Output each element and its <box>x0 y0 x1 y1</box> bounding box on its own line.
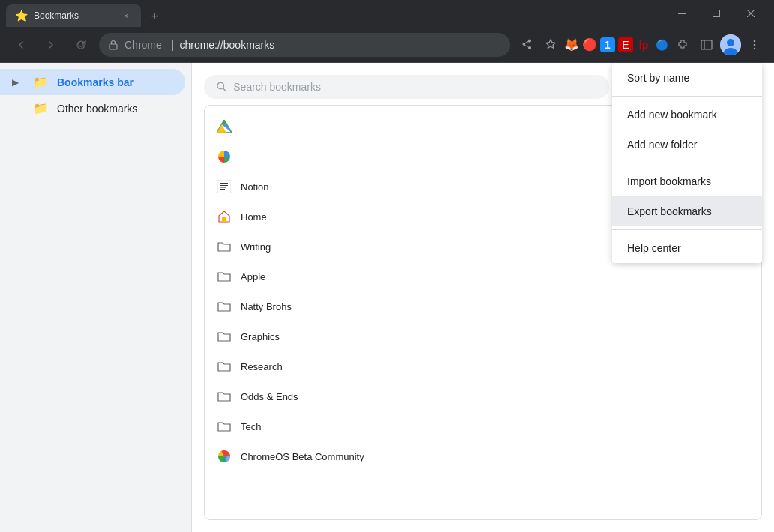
1password-icon[interactable]: 1 <box>600 37 615 52</box>
toolbar-icons: 🦊 🔴 1 E lp 🔵 <box>516 34 765 55</box>
menu-divider <box>612 163 762 163</box>
list-item[interactable]: Odds & Ends ⋮ <box>205 381 761 411</box>
sort-by-name-item[interactable]: Sort by name <box>612 63 762 93</box>
ghome-icon <box>217 209 232 224</box>
address-bar[interactable]: Chrome | chrome://bookmarks <box>99 33 510 57</box>
search-input-wrap[interactable] <box>204 75 609 99</box>
svg-point-11 <box>754 43 756 46</box>
tab-close-button[interactable]: × <box>120 10 132 22</box>
window-controls <box>664 0 768 27</box>
list-item[interactable]: Natty Brohs ⋮ <box>205 291 761 321</box>
import-bookmarks-item[interactable]: Import bookmarks <box>612 166 762 196</box>
bookmark-label: Research <box>241 361 722 372</box>
add-bookmark-item[interactable]: Add new bookmark <box>612 100 762 130</box>
navigation-bar: Chrome | chrome://bookmarks 🦊 🔴 1 E lp 🔵 <box>0 27 774 63</box>
sidebar-item-bookmarks-bar[interactable]: ▶ 📁 Bookmarks bar <box>0 69 185 95</box>
address-separator: | <box>171 39 174 51</box>
svg-point-13 <box>218 82 224 89</box>
folder-icon <box>217 329 232 344</box>
gdrive-icon <box>217 119 232 134</box>
title-bar: ⭐ Bookmarks × + <box>0 0 774 27</box>
unknown-icon[interactable]: 🔵 <box>654 37 669 52</box>
pocket-icon[interactable]: 🔴 <box>582 37 597 52</box>
svg-rect-1 <box>713 10 720 17</box>
tab-title: Bookmarks <box>34 10 114 21</box>
svg-rect-5 <box>701 40 712 49</box>
search-input[interactable] <box>233 81 597 93</box>
svg-line-14 <box>224 88 226 91</box>
list-item[interactable]: Apple ⋮ <box>205 262 761 291</box>
sidebar-item-other-bookmarks[interactable]: ▶ 📁 Other bookmarks <box>0 95 185 121</box>
svg-point-8 <box>727 39 734 46</box>
tab-favicon: ⭐ <box>15 10 28 22</box>
main-area: ▶ 📁 Bookmarks bar ▶ 📁 Other bookmarks <box>0 63 774 532</box>
active-tab[interactable]: ⭐ Bookmarks × <box>6 4 141 27</box>
list-item[interactable]: Research ⋮ <box>205 351 761 381</box>
more-menu-button[interactable] <box>744 34 765 55</box>
expand-arrow-icon: ▶ <box>12 77 24 88</box>
bookmark-label: Graphics <box>241 331 722 342</box>
minimize-button[interactable] <box>664 0 699 27</box>
bookmark-label: Apple <box>241 271 722 282</box>
close-button[interactable] <box>734 0 768 27</box>
menu-divider <box>612 96 762 97</box>
search-icon <box>216 81 227 93</box>
bookmark-label: ChromeOS Beta Community <box>241 451 722 462</box>
reload-button[interactable] <box>69 33 93 57</box>
tab-area: ⭐ Bookmarks × + <box>6 0 664 27</box>
bookmark-label: Odds & Ends <box>241 391 722 402</box>
add-folder-item[interactable]: Add new folder <box>612 130 762 160</box>
folder-icon <box>217 419 232 434</box>
folder-icon <box>217 299 232 314</box>
folder-icon <box>217 359 232 374</box>
lastpass-icon[interactable]: E <box>618 37 633 52</box>
svg-point-10 <box>754 40 756 42</box>
bookmark-label: Natty Brohs <box>241 301 722 312</box>
list-item[interactable]: Tech ⋮ <box>205 411 761 441</box>
folder-icon: 📁 <box>33 101 48 115</box>
svg-rect-4 <box>110 44 117 49</box>
export-bookmarks-item[interactable]: Export bookmarks <box>612 196 762 226</box>
svg-point-12 <box>754 47 756 49</box>
address-label: Chrome <box>124 39 162 51</box>
help-center-item[interactable]: Help center <box>612 233 762 263</box>
folder-icon: 📁 <box>33 75 48 89</box>
sidebar-item-label: Other bookmarks <box>57 103 137 115</box>
svg-rect-0 <box>678 13 686 14</box>
metamask-icon[interactable]: 🦊 <box>564 37 579 52</box>
list-item[interactable]: ChromeOS Beta Community ⋮ <box>205 441 761 471</box>
restore-button[interactable] <box>699 0 734 27</box>
share-icon[interactable] <box>516 34 537 55</box>
svg-rect-20 <box>222 217 226 222</box>
puzzle-icon[interactable] <box>672 34 693 55</box>
sidebar-item-label: Bookmarks bar <box>57 76 134 88</box>
svg-rect-19 <box>218 180 231 193</box>
chrome-icon <box>217 449 232 464</box>
lastpass2-icon[interactable]: lp <box>636 37 651 52</box>
list-item[interactable]: Graphics ⋮ <box>205 321 761 351</box>
forward-button[interactable] <box>39 33 63 57</box>
folder-icon <box>217 389 232 404</box>
folder-icon <box>217 239 232 254</box>
new-tab-button[interactable]: + <box>144 6 165 27</box>
back-button[interactable] <box>9 33 33 57</box>
notion-icon <box>217 179 232 194</box>
dropdown-menu: Sort by name Add new bookmark Add new fo… <box>612 63 762 263</box>
folder-icon <box>217 269 232 284</box>
gphotos-icon <box>217 149 232 164</box>
bookmark-label: Tech <box>241 421 722 432</box>
bookmark-star-icon[interactable] <box>540 34 561 55</box>
profile-avatar[interactable] <box>720 34 741 55</box>
sidebar: ▶ 📁 Bookmarks bar ▶ 📁 Other bookmarks <box>0 63 192 532</box>
sidebar-icon[interactable] <box>696 34 717 55</box>
lock-icon <box>108 40 118 50</box>
address-url: chrome://bookmarks <box>179 39 274 51</box>
menu-divider <box>612 229 762 230</box>
